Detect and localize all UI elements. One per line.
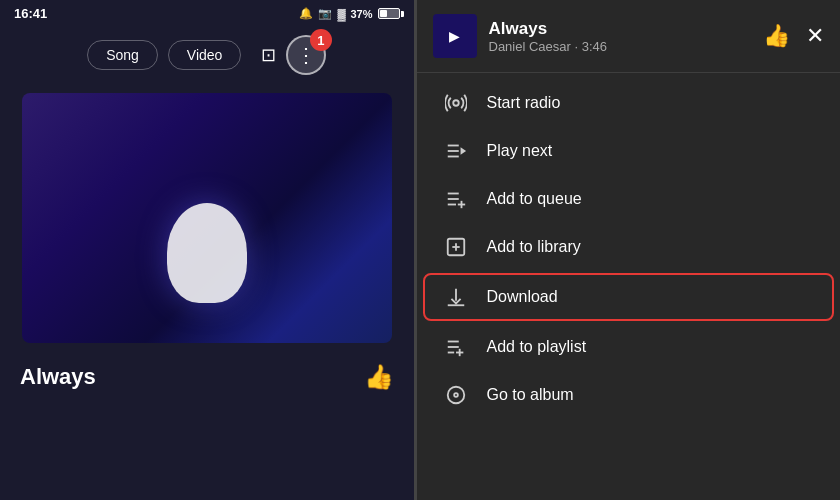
status-time: 16:41 xyxy=(14,6,47,21)
menu-item-go-to-album[interactable]: Go to album xyxy=(423,371,834,419)
menu-label-download: Download xyxy=(487,288,558,306)
menu-item-start-radio[interactable]: Start radio xyxy=(423,79,834,127)
camera-icon: 📷 xyxy=(318,7,332,20)
notification-icon: 🔔 xyxy=(299,7,313,20)
album-art xyxy=(22,93,392,343)
mini-play-icon: ▶ xyxy=(449,28,460,44)
context-menu-list: Start radio Play next xyxy=(417,73,840,500)
track-subtitle: Daniel Caesar · 3:46 xyxy=(489,39,751,54)
add-queue-icon xyxy=(443,188,469,210)
go-to-album-icon xyxy=(443,384,469,406)
menu-label-start-radio: Start radio xyxy=(487,94,561,112)
track-info: Always Daniel Caesar · 3:46 xyxy=(489,19,751,54)
menu-label-play-next: Play next xyxy=(487,142,553,160)
more-options-button[interactable]: ⋮ 1 xyxy=(286,35,326,75)
battery-icon xyxy=(378,8,400,19)
svg-point-20 xyxy=(454,393,458,397)
svg-point-0 xyxy=(453,100,459,106)
battery-percentage: 37% xyxy=(350,8,372,20)
top-nav: Song Video ⊡ ⋮ 1 xyxy=(0,27,414,83)
svg-marker-4 xyxy=(460,147,466,154)
like-button[interactable]: 👍 xyxy=(763,23,790,49)
cast-icon[interactable]: ⊡ xyxy=(261,44,276,66)
wifi-icon: ▓ xyxy=(337,8,345,20)
add-library-icon xyxy=(443,236,469,258)
menu-label-add-to-queue: Add to queue xyxy=(487,190,582,208)
menu-item-add-to-playlist[interactable]: Add to playlist xyxy=(423,323,834,371)
menu-item-play-next[interactable]: Play next xyxy=(423,127,834,175)
step-badge-1: 1 xyxy=(310,29,332,51)
album-art-figure xyxy=(167,203,247,303)
status-icons: 🔔 📷 ▓ 37% xyxy=(299,7,399,20)
tab-song[interactable]: Song xyxy=(87,40,158,70)
context-menu-header: ▶ Always Daniel Caesar · 3:46 👍 ✕ xyxy=(417,0,840,73)
menu-item-download[interactable]: Download 2 xyxy=(423,273,834,321)
radio-icon xyxy=(443,92,469,114)
mini-album-art: ▶ xyxy=(433,14,477,58)
tab-video[interactable]: Video xyxy=(168,40,242,70)
menu-item-add-to-library[interactable]: Add to library xyxy=(423,223,834,271)
thumbs-up-icon[interactable]: 👍 xyxy=(364,363,394,391)
header-actions: 👍 ✕ xyxy=(763,23,824,49)
left-panel: 16:41 🔔 📷 ▓ 37% Song Video ⊡ ⋮ 1 Always … xyxy=(0,0,414,500)
play-next-icon xyxy=(443,140,469,162)
bottom-section: Always 👍 xyxy=(0,353,414,401)
song-title: Always xyxy=(20,364,96,390)
add-playlist-icon xyxy=(443,336,469,358)
menu-label-go-to-album: Go to album xyxy=(487,386,574,404)
download-icon xyxy=(443,286,469,308)
menu-label-add-to-library: Add to library xyxy=(487,238,581,256)
menu-label-add-to-playlist: Add to playlist xyxy=(487,338,587,356)
svg-point-19 xyxy=(447,387,464,404)
track-title: Always xyxy=(489,19,751,39)
status-bar: 16:41 🔔 📷 ▓ 37% xyxy=(0,0,414,27)
right-panel: ▶ Always Daniel Caesar · 3:46 👍 ✕ St xyxy=(417,0,840,500)
close-button[interactable]: ✕ xyxy=(806,23,824,49)
menu-item-add-to-queue[interactable]: Add to queue xyxy=(423,175,834,223)
